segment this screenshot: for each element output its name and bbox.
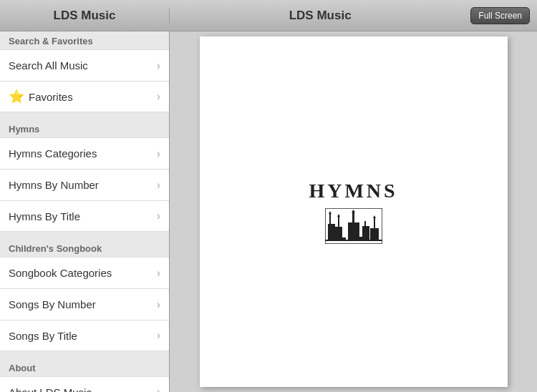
content-area: HYMNS xyxy=(170,31,537,392)
top-bar: LDS Music LDS Music Full Screen xyxy=(0,0,537,31)
sidebar-item-label: About LDS Music xyxy=(9,386,157,393)
svg-rect-15 xyxy=(325,240,382,241)
chevron-right-icon: › xyxy=(157,179,160,192)
chevron-right-icon: › xyxy=(157,298,160,311)
sidebar-item-label: Songs By Title xyxy=(9,330,157,342)
svg-rect-19 xyxy=(367,237,369,240)
section-header-search-favorites: Search & Favorites xyxy=(0,31,169,49)
svg-rect-18 xyxy=(359,237,363,240)
sidebar-item-label: Hymns By Title xyxy=(9,210,157,222)
svg-rect-11 xyxy=(364,221,366,226)
page-display: HYMNS xyxy=(200,36,508,387)
chevron-right-icon: › xyxy=(157,210,160,222)
main-title: LDS Music xyxy=(170,9,470,23)
sidebar-item-hymns-categories[interactable]: Hymns Categories › xyxy=(0,137,169,169)
chevron-right-icon: › xyxy=(157,329,160,342)
svg-marker-13 xyxy=(373,215,376,218)
sidebar-item-hymns-by-number[interactable]: Hymns By Number › xyxy=(0,169,169,200)
sidebar-item-label: Songs By Number xyxy=(9,298,157,310)
section-header-hymns: Hymns xyxy=(0,119,169,137)
about-group: About LDS Music › xyxy=(0,376,169,392)
chevron-right-icon: › xyxy=(157,267,160,280)
sidebar-item-hymns-by-title[interactable]: Hymns By Title › xyxy=(0,200,169,232)
chevron-right-icon: › xyxy=(157,59,160,72)
hymns-group: Hymns Categories › Hymns By Number › Hym… xyxy=(0,137,169,232)
section-header-childrens-songbook: Children's Songbook xyxy=(0,239,169,257)
svg-rect-16 xyxy=(332,237,337,240)
svg-marker-5 xyxy=(337,214,340,217)
chevron-right-icon: › xyxy=(157,386,160,392)
top-bar-actions: Full Screen xyxy=(470,7,537,24)
svg-rect-9 xyxy=(348,222,359,240)
sidebar-item-about-lds-music[interactable]: About LDS Music › xyxy=(0,376,169,392)
section-gap xyxy=(0,233,169,239)
full-screen-button[interactable]: Full Screen xyxy=(470,7,530,24)
sidebar-item-label: Hymns By Number xyxy=(9,179,157,191)
star-icon: ⭐ xyxy=(9,89,24,104)
sidebar-item-label: Search All Music xyxy=(9,59,157,72)
sidebar-item-label: Favorites xyxy=(29,91,157,103)
hymns-image xyxy=(325,208,382,244)
section-gap xyxy=(0,353,169,358)
sidebar: Search & Favorites Search All Music › ⭐ … xyxy=(0,31,170,392)
search-favorites-group: Search All Music › ⭐ Favorites › xyxy=(0,49,169,112)
svg-marker-2 xyxy=(329,211,332,214)
chevron-right-icon: › xyxy=(157,147,160,160)
svg-rect-17 xyxy=(342,237,346,240)
svg-marker-8 xyxy=(352,210,355,212)
sidebar-item-label: Songbook Categories xyxy=(9,267,157,279)
hymns-title: HYMNS xyxy=(309,180,397,202)
section-gap xyxy=(0,114,169,119)
hymns-skyline-svg xyxy=(325,208,382,244)
svg-rect-14 xyxy=(370,228,379,240)
sidebar-item-songbook-categories[interactable]: Songbook Categories › xyxy=(0,257,169,288)
sidebar-item-search-all-music[interactable]: Search All Music › xyxy=(0,49,169,81)
sidebar-item-songs-by-title[interactable]: Songs By Title › xyxy=(0,320,169,351)
sidebar-item-songs-by-number[interactable]: Songs By Number › xyxy=(0,288,169,320)
section-header-about: About xyxy=(0,358,169,376)
sidebar-item-label: Hymns Categories xyxy=(9,147,157,160)
songbook-group: Songbook Categories › Songs By Number › … xyxy=(0,257,169,351)
main-area: Search & Favorites Search All Music › ⭐ … xyxy=(0,31,537,392)
chevron-right-icon: › xyxy=(157,90,160,103)
sidebar-title: LDS Music xyxy=(0,9,170,23)
sidebar-item-favorites[interactable]: ⭐ Favorites › xyxy=(0,81,169,112)
